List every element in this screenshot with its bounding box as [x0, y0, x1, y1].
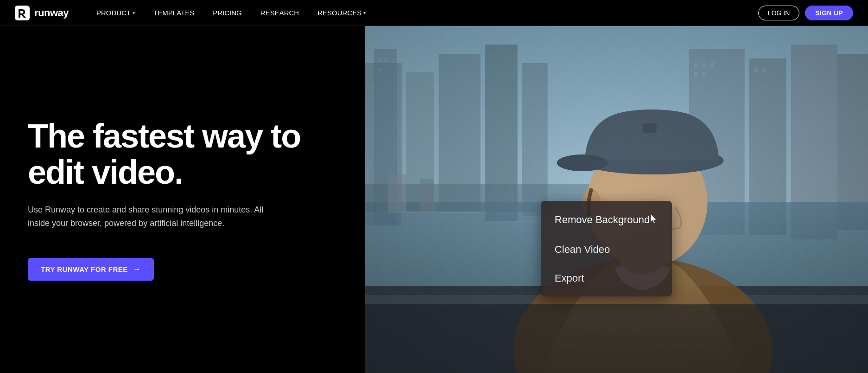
- context-menu-item-export[interactable]: Export: [541, 264, 672, 293]
- hero-image-svg: [365, 26, 868, 373]
- hero-photo: [365, 26, 868, 373]
- hero-subtitle: Use Runway to create and share stunning …: [28, 203, 287, 230]
- cursor-icon: [650, 213, 658, 227]
- cta-arrow-icon: →: [133, 264, 141, 274]
- nav-links: PRODUCT ▾ TEMPLATES PRICING RESEARCH RES…: [96, 9, 758, 17]
- context-menu-item-clean-video[interactable]: Clean Video: [541, 235, 672, 264]
- product-arrow-icon: ▾: [133, 10, 135, 15]
- signup-button[interactable]: SIGN UP: [805, 6, 853, 20]
- right-panel: Remove Background Clean Video Export: [365, 26, 868, 373]
- logo-text: runway: [34, 7, 69, 19]
- hero-title: The fastest way to edit video.: [28, 118, 337, 191]
- context-menu-item-remove-bg[interactable]: Remove Background: [541, 205, 672, 235]
- remove-background-label: Remove Background: [555, 214, 650, 226]
- cta-button[interactable]: TRY RUNWAY FOR FREE →: [28, 258, 154, 281]
- login-button[interactable]: LOG IN: [758, 6, 799, 20]
- logo[interactable]: runway: [15, 6, 69, 20]
- left-panel: The fastest way to edit video. Use Runwa…: [0, 26, 365, 373]
- runway-logo-icon: [15, 6, 30, 20]
- svg-rect-0: [15, 6, 30, 20]
- clean-video-label: Clean Video: [555, 244, 610, 256]
- navbar: runway PRODUCT ▾ TEMPLATES PRICING RESEA…: [0, 0, 868, 26]
- nav-pricing[interactable]: PRICING: [213, 9, 242, 17]
- context-menu: Remove Background Clean Video Export: [541, 201, 672, 296]
- export-label: Export: [555, 272, 584, 284]
- nav-product[interactable]: PRODUCT ▾: [96, 9, 135, 17]
- resources-arrow-icon: ▾: [363, 10, 366, 15]
- nav-research[interactable]: RESEARCH: [260, 9, 299, 17]
- nav-templates[interactable]: TEMPLATES: [153, 9, 194, 17]
- nav-resources[interactable]: RESOURCES ▾: [317, 9, 366, 17]
- svg-rect-38: [365, 26, 868, 373]
- main-container: The fastest way to edit video. Use Runwa…: [0, 0, 868, 373]
- cta-label: TRY RUNWAY FOR FREE: [41, 265, 128, 273]
- nav-actions: LOG IN SIGN UP: [758, 6, 853, 20]
